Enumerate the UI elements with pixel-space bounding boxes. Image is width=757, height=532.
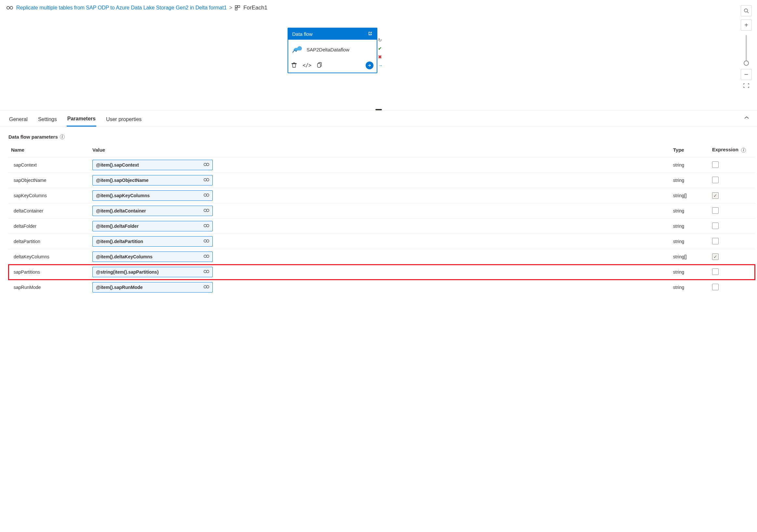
search-button[interactable] — [741, 5, 752, 16]
col-type: Type — [671, 143, 710, 157]
parameters-section-title: Data flow parameters i — [0, 127, 757, 141]
activity-card-header: Data flow — [288, 28, 377, 40]
param-value-input[interactable]: @item().sapContext — [92, 160, 213, 170]
expression-builder-icon[interactable] — [203, 285, 210, 290]
svg-rect-4 — [238, 6, 240, 8]
info-icon[interactable]: i — [741, 148, 746, 153]
param-value-input[interactable]: @item().sapObjectName — [92, 175, 213, 185]
expression-checkbox[interactable]: ✓ — [712, 254, 719, 260]
expression-builder-icon[interactable] — [203, 162, 210, 168]
table-row: sapRunMode@item().sapRunModestring — [9, 280, 755, 295]
expression-builder-icon[interactable] — [203, 224, 210, 229]
param-value-input[interactable]: @string(item().sapPartitions) — [92, 267, 213, 277]
col-expression: Expression i — [710, 143, 755, 157]
skip-icon[interactable]: → — [378, 63, 382, 68]
table-row: deltaFolder@item().deltaFolderstring — [9, 219, 755, 234]
expression-builder-icon[interactable] — [203, 178, 210, 183]
param-name: deltaFolder — [9, 219, 90, 234]
param-value-input[interactable]: @item().deltaFolder — [92, 221, 213, 231]
pipeline-icon — [7, 5, 14, 11]
param-value-input[interactable]: @item().deltaPartition — [92, 236, 213, 247]
col-value: Value — [90, 143, 671, 157]
param-value-text: @item().deltaFolder — [96, 224, 138, 229]
expression-checkbox[interactable] — [712, 207, 719, 214]
param-name: sapObjectName — [9, 173, 90, 188]
zoom-slider-thumb[interactable] — [744, 60, 749, 66]
code-icon[interactable]: </> — [303, 62, 311, 68]
param-type: string — [671, 173, 710, 188]
section-title-text: Data flow parameters — [9, 134, 58, 140]
param-value-text: @item().deltaContainer — [96, 208, 146, 213]
svg-point-9 — [204, 163, 207, 166]
parameters-table: Name Value Type Expression i sapContext@… — [9, 143, 755, 295]
retry-icon[interactable]: ↻ — [378, 37, 382, 43]
table-row: sapKeyColumns@item().sapKeyColumnsstring… — [9, 188, 755, 203]
expression-builder-icon[interactable] — [203, 254, 210, 260]
expression-checkbox[interactable] — [712, 284, 719, 290]
expression-checkbox[interactable] — [712, 177, 719, 183]
dataflow-activity-card[interactable]: Data flow SAP2DeltaDataflow </> — [288, 28, 378, 73]
breadcrumb-parent-link[interactable]: Replicate multiple tables from SAP ODP t… — [16, 5, 227, 11]
expression-checkbox[interactable] — [712, 268, 719, 275]
expression-builder-icon[interactable] — [203, 193, 210, 199]
expression-checkbox[interactable] — [712, 223, 719, 229]
zoom-in-button[interactable]: + — [741, 19, 752, 31]
svg-point-19 — [204, 240, 207, 242]
table-row: deltaContainer@item().deltaContainerstri… — [9, 203, 755, 219]
param-type: string — [671, 280, 710, 295]
expression-builder-icon[interactable] — [203, 208, 210, 214]
expression-checkbox[interactable] — [712, 238, 719, 244]
svg-point-21 — [204, 255, 207, 258]
tab-parameters[interactable]: Parameters — [67, 112, 96, 127]
svg-point-26 — [207, 286, 209, 288]
expression-checkbox[interactable]: ✓ — [712, 192, 719, 199]
param-value-input[interactable]: @item().sapKeyColumns — [92, 190, 213, 201]
table-row: deltaKeyColumns@item().deltaKeyColumnsst… — [9, 249, 755, 265]
zoom-slider[interactable] — [745, 35, 747, 64]
collapse-panel-icon[interactable] — [744, 115, 749, 120]
fit-to-screen-icon[interactable] — [743, 83, 749, 89]
copy-icon[interactable] — [317, 62, 322, 69]
svg-point-16 — [207, 209, 209, 212]
svg-point-10 — [207, 163, 209, 166]
param-name: deltaPartition — [9, 234, 90, 249]
param-type: string — [671, 265, 710, 280]
delete-icon[interactable] — [291, 62, 297, 69]
svg-point-17 — [204, 225, 207, 227]
expression-builder-icon[interactable] — [203, 269, 210, 275]
success-icon[interactable]: ✔ — [378, 46, 382, 51]
svg-line-8 — [747, 12, 748, 13]
svg-point-22 — [207, 255, 209, 258]
expression-checkbox[interactable] — [712, 161, 719, 168]
param-value-input[interactable]: @item().sapRunMode — [92, 282, 213, 293]
param-value-text: @string(item().sapPartitions) — [96, 269, 159, 275]
svg-rect-6 — [318, 63, 320, 67]
panel-resize-handle[interactable] — [376, 109, 382, 110]
tab-user-properties[interactable]: User properties — [106, 112, 142, 126]
svg-rect-2 — [235, 6, 237, 8]
param-value-input[interactable]: @item().deltaKeyColumns — [92, 252, 213, 262]
info-icon[interactable]: i — [60, 134, 65, 139]
svg-point-24 — [207, 270, 209, 273]
svg-point-7 — [744, 9, 747, 12]
run-arrow-button[interactable] — [366, 61, 374, 69]
activity-type-label: Data flow — [292, 31, 313, 37]
table-row: sapObjectName@item().sapObjectNamestring — [9, 173, 755, 188]
open-external-icon[interactable] — [368, 31, 373, 37]
param-value-text: @item().sapObjectName — [96, 178, 148, 183]
param-value-text: @item().sapContext — [96, 162, 139, 168]
svg-rect-3 — [235, 8, 237, 10]
param-type: string[] — [671, 249, 710, 265]
param-value-input[interactable]: @item().deltaContainer — [92, 205, 213, 216]
expression-builder-icon[interactable] — [203, 239, 210, 244]
activity-card-body: SAP2DeltaDataflow — [288, 40, 377, 60]
param-type: string — [671, 219, 710, 234]
param-name: sapKeyColumns — [9, 188, 90, 203]
tab-settings[interactable]: Settings — [37, 112, 58, 126]
properties-tabs: General Settings Parameters User propert… — [0, 110, 757, 127]
zoom-out-button[interactable]: − — [741, 69, 752, 80]
activity-status-icons: ↻ ✔ ✖ → — [378, 37, 382, 68]
pipeline-canvas[interactable]: Replicate multiple tables from SAP ODP t… — [0, 0, 757, 110]
failure-icon[interactable]: ✖ — [378, 54, 382, 60]
tab-general[interactable]: General — [9, 112, 28, 126]
